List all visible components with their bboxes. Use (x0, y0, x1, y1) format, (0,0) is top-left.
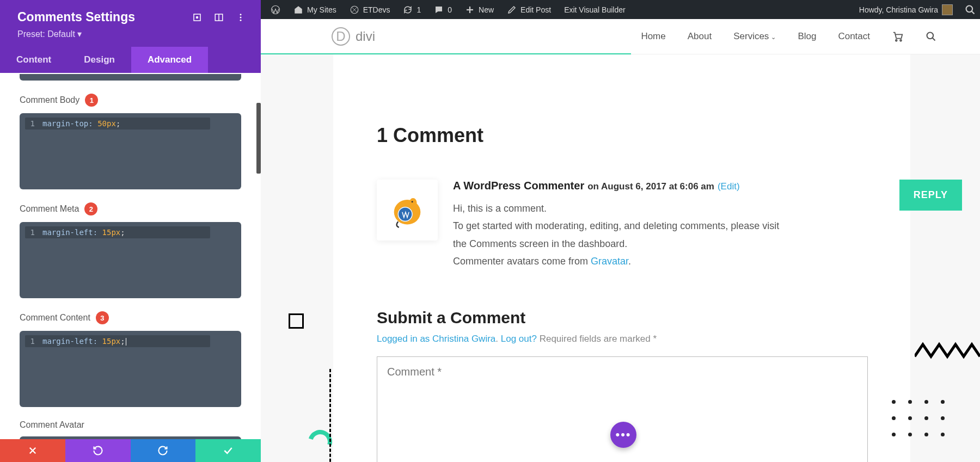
logout-link[interactable]: Log out? (501, 334, 537, 344)
page-content: 1 Comment A WordPress Commenter on Augus… (333, 54, 910, 462)
preset-selector[interactable]: Preset: Default ▾ (0, 27, 261, 47)
step-badge-3: 3 (96, 311, 109, 324)
site-logo[interactable]: D divi (332, 27, 375, 46)
kebab-icon[interactable] (236, 13, 246, 22)
collapsed-section[interactable] (20, 74, 241, 81)
edit-post-link[interactable]: Edit Post (501, 5, 556, 15)
site-link[interactable]: ETDevs (344, 5, 396, 15)
section-label-content: Comment Content 3 (20, 311, 241, 324)
login-status: Logged in as Christina Gwira. Log out? R… (377, 334, 910, 344)
my-sites-link[interactable]: My Sites (288, 5, 342, 15)
new-link[interactable]: New (460, 5, 499, 15)
logo-icon: D (332, 27, 350, 46)
wp-admin-bar: My Sites ETDevs 1 0 New Edit Post Exit V… (261, 0, 980, 19)
nav-home[interactable]: Home (641, 31, 665, 42)
panel-header: Comments Settings Preset: Default ▾ Cont… (0, 0, 261, 73)
chevron-down-icon: ▾ (77, 29, 82, 39)
howdy-user[interactable]: Howdy, Christina Gwira (854, 4, 958, 15)
decoration-dashed-line (329, 369, 331, 462)
edit-comment-link[interactable]: (Edit) (718, 181, 740, 192)
scrollbar-thumb[interactable] (256, 103, 261, 174)
svg-point-4 (240, 14, 242, 15)
panel-body: Comment Body 1 1margin-top: 50px; Commen… (0, 73, 261, 462)
nav-services[interactable]: Services⌄ (733, 31, 776, 42)
admin-search-icon[interactable] (965, 4, 976, 15)
nav-blog[interactable]: Blog (798, 31, 816, 42)
section-label-body: Comment Body 1 (20, 94, 241, 107)
svg-point-25 (412, 201, 413, 202)
commenter-avatar (377, 180, 438, 241)
primary-nav: Home About Services⌄ Blog Contact (641, 30, 936, 42)
updates-link[interactable]: 1 (397, 5, 426, 15)
site-header: D divi Home About Services⌄ Blog Contact (261, 19, 980, 54)
svg-point-17 (896, 40, 897, 41)
comments-link[interactable]: 0 (428, 5, 457, 15)
redo-button[interactable] (131, 439, 196, 462)
settings-tabs: Content Design Advanced (0, 47, 261, 73)
reply-button[interactable]: REPLY (899, 180, 962, 211)
svg-point-15 (966, 5, 973, 12)
css-editor-body[interactable]: 1margin-top: 50px; (20, 113, 241, 189)
gravatar-link[interactable]: Gravatar (591, 256, 628, 267)
comment-form: Submit a Comment Logged in as Christina … (377, 309, 910, 462)
comment-date: on August 6, 2017 at 6:06 am (587, 181, 714, 192)
comment-author: A WordPress Commenter (453, 180, 584, 192)
undo-button[interactable] (65, 439, 131, 462)
svg-line-20 (933, 38, 935, 41)
page-canvas: 1 Comment A WordPress Commenter on Augus… (261, 54, 980, 462)
exit-builder-link[interactable]: Exit Visual Builder (559, 5, 631, 14)
svg-point-18 (900, 40, 902, 41)
svg-point-6 (240, 19, 242, 21)
cancel-button[interactable] (0, 439, 65, 462)
decoration-square (289, 313, 304, 329)
svg-point-24 (409, 198, 417, 207)
svg-line-16 (972, 11, 975, 14)
tab-content[interactable]: Content (0, 47, 68, 73)
comment-content: Hi, this is a comment. To get started wi… (453, 200, 791, 270)
columns-icon[interactable] (214, 13, 224, 22)
panel-title: Comments Settings (17, 10, 135, 24)
form-title: Submit a Comment (377, 309, 910, 327)
chevron-down-icon: ⌄ (771, 34, 776, 40)
svg-point-19 (927, 33, 934, 39)
divi-fab-button[interactable]: ••• (610, 422, 636, 448)
css-editor-meta[interactable]: 1margin-left: 15px; (20, 222, 241, 298)
decoration-dots (892, 400, 957, 449)
cart-icon[interactable] (892, 30, 904, 42)
tab-advanced[interactable]: Advanced (131, 47, 208, 73)
comment-item: A WordPress Commenter on August 6, 2017 … (377, 180, 910, 270)
tab-design[interactable]: Design (68, 47, 131, 73)
step-badge-1: 1 (85, 94, 98, 107)
user-avatar-icon (942, 4, 953, 15)
save-button[interactable] (195, 439, 261, 462)
decoration-zigzag (915, 340, 980, 362)
step-badge-2: 2 (84, 202, 97, 215)
svg-point-5 (240, 16, 242, 18)
expand-icon[interactable] (192, 13, 202, 22)
section-label-meta: Comment Meta 2 (20, 202, 241, 215)
logged-in-link[interactable]: Logged in as Christina Gwira (377, 334, 495, 344)
section-label-avatar: Comment Avatar (20, 420, 241, 430)
comments-title: 1 Comment (377, 124, 910, 147)
wp-logo[interactable] (265, 5, 286, 15)
comment-meta: A WordPress Commenter on August 6, 2017 … (453, 180, 910, 192)
search-icon[interactable] (926, 31, 936, 42)
panel-action-bar (0, 439, 261, 462)
wapuu-icon (387, 189, 428, 231)
css-editor-content[interactable]: 1margin-left: 15px; (20, 331, 241, 407)
svg-point-1 (197, 16, 198, 18)
nav-about[interactable]: About (688, 31, 712, 42)
settings-panel: Comments Settings Preset: Default ▾ Cont… (0, 0, 261, 462)
nav-contact[interactable]: Contact (838, 31, 870, 42)
